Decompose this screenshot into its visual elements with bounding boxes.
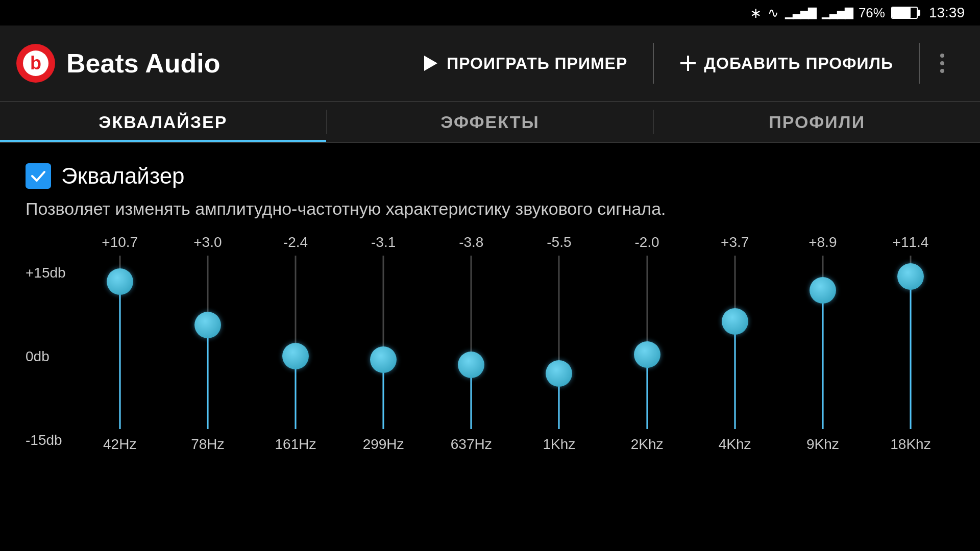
slider-fill xyxy=(207,325,208,429)
add-profile-button[interactable]: ДОБАВИТЬ ПРОФИЛЬ xyxy=(654,54,919,73)
eq-track-area-4 xyxy=(427,256,515,429)
eq-track-area-5 xyxy=(515,256,603,429)
eq-value-9: +11.4 xyxy=(893,234,929,251)
bluetooth-icon: ∗ xyxy=(750,5,762,21)
eq-track-area-6 xyxy=(603,256,691,429)
eq-knob-0[interactable] xyxy=(107,268,133,295)
eq-knob-9[interactable] xyxy=(897,263,924,290)
header-actions: ПРОИГРАТЬ ПРИМЕР ДОБАВИТЬ ПРОФИЛЬ xyxy=(397,43,965,84)
slider-fill xyxy=(734,321,736,429)
eq-title: Эквалайзер xyxy=(61,163,185,189)
eq-header: Эквалайзер xyxy=(26,163,954,189)
eq-value-2: -2.4 xyxy=(283,234,308,251)
more-options-button[interactable] xyxy=(920,54,965,73)
svg-text:b: b xyxy=(30,53,41,73)
eq-freq-label-1: 78Hz xyxy=(191,436,224,453)
eq-band-2Khz[interactable]: -2.02Khz xyxy=(603,234,691,453)
eq-band-78Hz[interactable]: +3.078Hz xyxy=(164,234,252,453)
eq-value-0: +10.7 xyxy=(102,234,138,251)
eq-freq-label-9: 18Khz xyxy=(890,436,930,453)
tab-bar: ЭКВАЛАЙЗЕР ЭФФЕКТЫ ПРОФИЛИ xyxy=(0,102,980,143)
status-bar: ∗ ∿ ▁▃▅▇ ▁▃▅▇ 76% 13:39 xyxy=(0,0,980,26)
eq-value-5: -5.5 xyxy=(547,234,571,251)
eq-knob-1[interactable] xyxy=(194,312,221,338)
db-label-plus15: +15db xyxy=(26,265,66,281)
eq-track-area-2 xyxy=(252,256,339,429)
eq-band-4Khz[interactable]: +3.74Khz xyxy=(691,234,779,453)
tab-profiles[interactable]: ПРОФИЛИ xyxy=(654,102,980,142)
checkmark-icon xyxy=(30,168,46,184)
eq-freq-label-2: 161Hz xyxy=(275,436,316,453)
app-header: b Beats Audio ПРОИГРАТЬ ПРИМЕР ДОБАВИТЬ … xyxy=(0,26,980,102)
eq-knob-2[interactable] xyxy=(282,343,309,369)
eq-band-299Hz[interactable]: -3.1299Hz xyxy=(339,234,427,453)
eq-band-18Khz[interactable]: +11.418Khz xyxy=(867,234,954,453)
eq-freq-label-5: 1Khz xyxy=(543,436,576,453)
eq-track-area-3 xyxy=(339,256,427,429)
eq-value-8: +8.9 xyxy=(808,234,837,251)
db-label-0: 0db xyxy=(26,348,66,365)
eq-track-area-9 xyxy=(867,256,954,429)
slider-fill xyxy=(119,282,120,429)
main-content: Эквалайзер Позволяет изменять амплитудно… xyxy=(0,143,980,473)
db-labels: +15db 0db -15db xyxy=(26,234,66,448)
more-dot-2 xyxy=(940,61,944,65)
signal-icon-2: ▁▃▅▇ xyxy=(822,6,852,19)
status-icons: ∗ ∿ ▁▃▅▇ ▁▃▅▇ 76% 13:39 xyxy=(750,5,965,21)
battery-percent: 76% xyxy=(859,5,885,21)
eq-value-1: +3.0 xyxy=(193,234,222,251)
beats-logo-icon: b xyxy=(15,43,56,84)
battery-icon xyxy=(891,7,918,19)
logo-area: b Beats Audio xyxy=(15,43,220,84)
eq-value-3: -3.1 xyxy=(371,234,396,251)
tab-equalizer[interactable]: ЭКВАЛАЙЗЕР xyxy=(0,102,326,142)
tab-effects[interactable]: ЭФФЕКТЫ xyxy=(327,102,653,142)
db-label-minus15: -15db xyxy=(26,432,66,448)
eq-value-7: +3.7 xyxy=(721,234,749,251)
eq-band-161Hz[interactable]: -2.4161Hz xyxy=(252,234,339,453)
svg-marker-3 xyxy=(424,56,437,71)
eq-band-1Khz[interactable]: -5.51Khz xyxy=(515,234,603,453)
eq-track-area-1 xyxy=(164,256,252,429)
slider-fill xyxy=(822,290,823,429)
eq-knob-7[interactable] xyxy=(722,308,748,335)
eq-enable-checkbox[interactable] xyxy=(26,163,51,189)
eq-track-area-0 xyxy=(76,256,164,429)
more-dot-3 xyxy=(940,69,944,73)
eq-description: Позволяет изменять амплитудно-частотную … xyxy=(26,199,954,219)
eq-freq-label-0: 42Hz xyxy=(103,436,136,453)
slider-fill xyxy=(910,277,911,429)
signal-icon-1: ▁▃▅▇ xyxy=(785,6,816,19)
play-sample-button[interactable]: ПРОИГРАТЬ ПРИМЕР xyxy=(397,54,653,73)
eq-freq-label-6: 2Khz xyxy=(631,436,664,453)
eq-knob-4[interactable] xyxy=(458,352,484,378)
plus-icon xyxy=(679,55,697,72)
eq-band-42Hz[interactable]: +10.742Hz xyxy=(76,234,164,453)
eq-track-area-7 xyxy=(691,256,779,429)
wifi-icon: ∿ xyxy=(768,5,779,21)
eq-sliders: +10.742Hz+3.078Hz-2.4161Hz-3.1299Hz-3.86… xyxy=(76,234,954,453)
more-dot-1 xyxy=(940,54,944,58)
eq-value-4: -3.8 xyxy=(459,234,483,251)
app-title: Beats Audio xyxy=(66,48,220,79)
eq-freq-label-4: 637Hz xyxy=(451,436,492,453)
clock: 13:39 xyxy=(929,5,965,21)
eq-knob-6[interactable] xyxy=(634,341,660,368)
play-icon xyxy=(422,55,439,72)
eq-knob-3[interactable] xyxy=(370,346,397,373)
eq-value-6: -2.0 xyxy=(634,234,659,251)
eq-band-637Hz[interactable]: -3.8637Hz xyxy=(427,234,515,453)
eq-freq-label-8: 9Khz xyxy=(806,436,839,453)
eq-freq-label-7: 4Khz xyxy=(719,436,751,453)
eq-band-9Khz[interactable]: +8.99Khz xyxy=(779,234,867,453)
eq-knob-5[interactable] xyxy=(546,360,572,387)
eq-track-area-8 xyxy=(779,256,867,429)
eq-area: +15db 0db -15db +10.742Hz+3.078Hz-2.4161… xyxy=(26,234,954,453)
eq-freq-label-3: 299Hz xyxy=(363,436,404,453)
eq-knob-8[interactable] xyxy=(810,277,836,304)
